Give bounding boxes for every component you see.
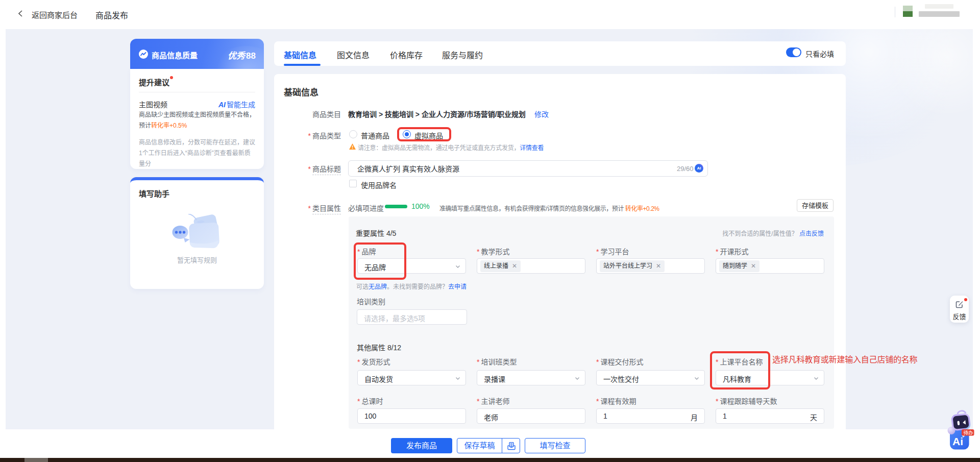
svg-text:待办: 待办 <box>964 430 974 435</box>
svg-text:Ai: Ai <box>952 435 963 447</box>
